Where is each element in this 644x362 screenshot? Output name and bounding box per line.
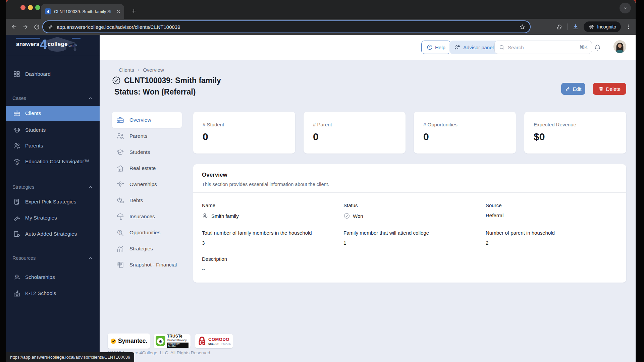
sidebar-item-dashboard[interactable]: Dashboard [6, 67, 100, 81]
field-family-members: Total number of family members in the ho… [202, 230, 336, 246]
subnav-label: Students [129, 149, 150, 155]
truste-title: TRUSTe [167, 334, 189, 338]
tab-search-chevron-button[interactable] [620, 3, 631, 13]
new-tab-button[interactable] [129, 6, 139, 16]
delete-button[interactable]: Delete [593, 83, 626, 95]
comodo-title: COMODO [208, 337, 231, 342]
comodo-cert: CERTIFICATE [214, 342, 231, 345]
sidebar-item-scholarships[interactable]: $ Scholarships [6, 270, 100, 285]
subnav-label: Real estate [129, 165, 156, 171]
global-search[interactable]: ⌘K [494, 41, 592, 54]
sidebar-item-my-strategies[interactable]: My Strategies [6, 210, 100, 225]
truste-shield-icon: e [156, 336, 165, 346]
browser-menu-icon[interactable] [626, 24, 632, 30]
client-title-text: CLNT100039: Smith family [124, 76, 221, 85]
sidebar-item-clients[interactable]: Clients [6, 106, 100, 121]
graduation-cap-icon [12, 126, 21, 134]
symantec-check-icon [110, 336, 116, 347]
edit-button[interactable]: Edit [561, 83, 585, 95]
subnav-item-opportunities[interactable]: $ Opportunities [112, 225, 182, 241]
main-content: ? Help Advisor panel ⌘K [100, 35, 636, 362]
comodo-lock-icon [198, 336, 206, 346]
check-circle-icon [343, 213, 350, 219]
url-text[interactable]: app.answers4college.local/advisor/client… [57, 24, 519, 30]
back-button[interactable] [11, 23, 17, 30]
field-source: Source Referral [486, 202, 620, 218]
opportunities-search-icon: $ [116, 228, 125, 237]
financial-snapshot-icon: $ [116, 260, 125, 269]
logo-part-4: 4 [40, 39, 47, 49]
breadcrumb-overview[interactable]: Overview [143, 67, 164, 73]
app-logo[interactable]: answers 4 college .com™ [6, 35, 100, 55]
sidebar-section-strategies[interactable]: Strategies [6, 183, 100, 191]
logo-part-college: college [48, 41, 68, 48]
subnav-item-parents[interactable]: Parents [112, 128, 182, 144]
sidebar-item-education-cost-navigator[interactable]: $ Education Cost Navigator™ [6, 154, 100, 169]
stat-value: $0 [534, 131, 617, 142]
chevron-up-icon [88, 185, 93, 190]
stat-card-expected-revenue: Expected Revenue $0 [524, 112, 626, 154]
sidebar-item-label: My Strategies [25, 215, 57, 221]
minimize-window-button[interactable] [28, 5, 33, 10]
subnav-item-snapshot-financial[interactable]: $ Snapshot - Financial [112, 257, 182, 273]
user-avatar[interactable] [613, 40, 626, 53]
stat-cards: # Student 0 # Parent 0 # Opportunities 0… [193, 112, 626, 154]
subnav-item-overview[interactable]: Overview [112, 112, 182, 128]
subnav-item-students[interactable]: Students [112, 144, 182, 160]
sidebar-section-resources[interactable]: Resources [6, 254, 100, 262]
downloads-icon[interactable] [572, 23, 579, 30]
desktop: 4 CLNT100039: Smith family St [0, 0, 644, 362]
trash-icon [598, 86, 604, 92]
notifications-bell-icon[interactable] [594, 43, 601, 51]
breadcrumb-clients[interactable]: Clients [119, 67, 134, 73]
field-value: -- [202, 266, 205, 272]
reload-button[interactable] [34, 24, 40, 30]
sidebar-item-k12-schools[interactable]: K-12 Schools [6, 286, 100, 301]
symantec-label: Symantec. [118, 338, 147, 345]
stat-card-parent: # Parent 0 [304, 112, 406, 154]
panel-divider [193, 192, 626, 193]
field-name: Name Smith family [202, 202, 336, 219]
tab-strip: 4 CLNT100039: Smith family St [6, 0, 636, 19]
field-label: Number of parent in household [486, 230, 620, 236]
field-value: Smith family [211, 213, 239, 219]
logo-part-answers: answers [16, 41, 39, 48]
truste-seal[interactable]: e TRUSTe Verified Privacy Powered by Tru… [154, 334, 191, 348]
close-window-button[interactable] [20, 5, 25, 10]
tab-close-icon[interactable] [116, 9, 121, 14]
search-icon [499, 44, 505, 50]
subnav-label: Opportunities [129, 230, 160, 236]
url-bar[interactable]: app.answers4college.local/advisor/client… [43, 21, 530, 33]
sidebar-item-auto-added-strategies[interactable]: Auto Added Strategies [6, 227, 100, 241]
sidebar-item-label: Students [25, 127, 46, 133]
incognito-icon [588, 24, 594, 30]
sidebar-section-cases[interactable]: Cases [6, 95, 100, 102]
house-icon [116, 164, 125, 173]
browser-tab[interactable]: 4 CLNT100039: Smith family St [41, 4, 124, 19]
help-label: Help [435, 45, 445, 50]
help-button[interactable]: ? Help [421, 41, 451, 54]
subnav-item-debts[interactable]: Debts [112, 192, 182, 208]
forward-button[interactable] [22, 23, 29, 30]
graduation-cap-icon [116, 148, 125, 157]
subnav-item-strategies[interactable]: Strategies [112, 241, 182, 257]
extensions-icon[interactable] [556, 24, 562, 30]
maximize-window-button[interactable] [35, 5, 40, 10]
bookmark-star-icon[interactable] [519, 24, 525, 30]
subnav-item-ownerships[interactable]: Ownerships [112, 176, 182, 192]
svg-text:?: ? [429, 46, 431, 49]
comodo-seal[interactable]: COMODO SSLCERTIFICATE [195, 334, 233, 348]
sidebar-item-expert-pick-strategies[interactable]: Expert Pick Strategies [6, 194, 100, 209]
advisor-panel-button[interactable]: Advisor panel [449, 41, 498, 54]
truste-subtitle: Verified Privacy [167, 339, 189, 342]
sidebar-item-parents[interactable]: Parents [6, 138, 100, 153]
site-settings-icon[interactable] [48, 24, 53, 30]
subnav-item-insurances[interactable]: Insurances [112, 208, 182, 225]
field-value: 1 [343, 240, 346, 246]
sidebar-item-students[interactable]: Students [6, 123, 100, 137]
edit-label: Edit [573, 86, 582, 92]
school-building-icon [12, 289, 21, 298]
search-input[interactable] [508, 45, 576, 50]
subnav-item-real-estate[interactable]: Real estate [112, 160, 182, 176]
symantec-seal[interactable]: Symantec. [108, 334, 150, 349]
